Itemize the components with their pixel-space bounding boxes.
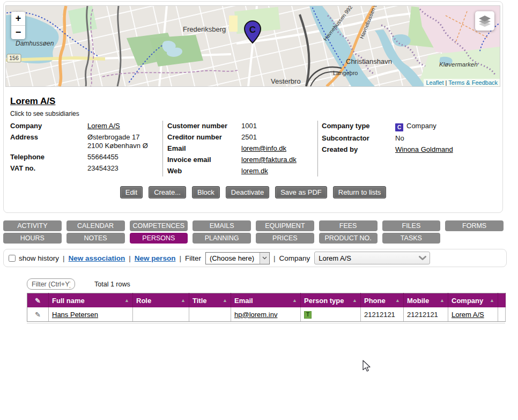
column-header-title[interactable]: Title▲ xyxy=(189,293,231,308)
tab-emails[interactable]: EMAILS xyxy=(193,220,251,231)
tab-equipment[interactable]: EQUIPMENT xyxy=(256,220,314,231)
pencil-icon[interactable]: ✎ xyxy=(35,311,41,319)
persons-toolbar: show history | New association | New per… xyxy=(3,249,507,267)
tab-hours[interactable]: HOURS xyxy=(3,233,62,244)
tab-calendar[interactable]: CALENDAR xyxy=(66,220,125,231)
tab-prices[interactable]: PRICES xyxy=(256,233,314,244)
persons-table-section: Total 1 rows ✎ Full name▲ Role▲ Title▲ E… xyxy=(27,278,506,323)
field-label-address: Address xyxy=(10,133,87,150)
person-name-link[interactable]: Hans Petersen xyxy=(52,311,98,319)
mouse-cursor xyxy=(362,360,372,374)
person-email-link[interactable]: hp@lorem.inv xyxy=(234,311,277,319)
company-type-value: Company xyxy=(406,122,436,130)
telephone-value: 55664455 xyxy=(87,153,119,161)
map-canvas: Damhussøen 156 Frederiksberg Vesterbro L… xyxy=(6,6,500,86)
filter-select[interactable]: (Choose here) xyxy=(205,252,270,264)
cell-person-type: T xyxy=(301,307,361,322)
address-line2: 2100 København Ø xyxy=(87,142,148,150)
tab-product-no[interactable]: PRODUCT NO. xyxy=(319,233,378,244)
column-header-company[interactable]: Company▲ xyxy=(448,293,498,308)
row-edit-cell: ✎ xyxy=(27,307,49,322)
deactivate-button[interactable]: Deactivate xyxy=(226,186,269,198)
persons-table: ✎ Full name▲ Role▲ Title▲ Email▲ Person … xyxy=(27,293,506,322)
leaflet-link[interactable]: Leaflet xyxy=(426,79,443,86)
column-divider xyxy=(317,121,318,176)
company-select-value: Lorem A/S xyxy=(315,254,416,262)
cell-full-name: Hans Petersen xyxy=(49,307,133,322)
cell-company: Lorem A/S xyxy=(448,307,498,322)
terms-feedback-link[interactable]: Terms & Feedback xyxy=(448,79,498,86)
company-detail-panel: Damhussøen 156 Frederiksberg Vesterbro L… xyxy=(3,1,503,213)
block-button[interactable]: Block xyxy=(192,186,220,198)
email-link[interactable]: lorem@info.dk xyxy=(241,144,286,152)
edit-button[interactable]: Edit xyxy=(120,186,143,198)
sort-asc-icon[interactable]: ▲ xyxy=(440,297,445,305)
map[interactable]: Damhussøen 156 Frederiksberg Vesterbro L… xyxy=(5,5,500,87)
cell-phone: 21212121 xyxy=(361,307,404,322)
tab-fees[interactable]: FEES xyxy=(319,220,378,231)
tab-persons[interactable]: PERSONS xyxy=(130,233,188,244)
sort-asc-icon[interactable]: ▲ xyxy=(352,297,357,305)
save-as-pdf-button[interactable]: Save as PDF xyxy=(275,186,327,198)
column-header-email[interactable]: Email▲ xyxy=(231,293,301,308)
created-by-link[interactable]: Winona Goldmand xyxy=(395,145,453,153)
company-subtitle: Click to see subsidiaries xyxy=(10,110,79,117)
filter-select-value: (Choose here) xyxy=(206,253,260,264)
show-history-label: show history xyxy=(19,254,59,262)
field-label-email: Email xyxy=(167,144,241,153)
tab-tasks[interactable]: TASKS xyxy=(382,233,441,244)
scrollbar-spacer-cell[interactable] xyxy=(498,307,506,322)
company-link[interactable]: Lorem A/S xyxy=(87,122,120,130)
sort-asc-icon[interactable]: ▲ xyxy=(395,297,400,305)
tab-activity[interactable]: ACTIVITY xyxy=(3,220,62,231)
company-filter-label: Company xyxy=(279,254,310,262)
table-bottom-divider xyxy=(27,323,505,323)
invoice-email-link[interactable]: lorem@faktura.dk xyxy=(241,156,297,164)
field-label-subcontractor: Subcontractor xyxy=(322,134,395,143)
field-label-customer-number: Customer number xyxy=(167,122,241,130)
return-to-lists-button[interactable]: Return to lists xyxy=(333,186,386,198)
zoom-out-button[interactable]: − xyxy=(11,25,25,39)
column-header-role[interactable]: Role▲ xyxy=(133,293,189,308)
customer-number-value: 1001 xyxy=(241,122,257,130)
module-tabs: ACTIVITY CALENDAR COMPETENCES EMAILS EQU… xyxy=(3,220,504,244)
table-row: ✎ Hans Petersen hp@lorem.inv T 21212121 … xyxy=(27,307,506,322)
tab-planning[interactable]: PLANNING xyxy=(193,233,251,244)
column-header-mobile[interactable]: Mobile▲ xyxy=(404,293,448,308)
map-label-christianshavn: Christianshavn xyxy=(346,57,392,65)
map-zoom-control: + − xyxy=(11,12,25,39)
table-total-rows: Total 1 rows xyxy=(94,281,130,288)
tab-notes[interactable]: NOTES xyxy=(66,233,125,244)
company-select[interactable]: Lorem A/S xyxy=(314,252,430,264)
chevron-down-icon xyxy=(416,256,430,261)
zoom-in-button[interactable]: + xyxy=(11,12,25,25)
row-company-link[interactable]: Lorem A/S xyxy=(452,311,484,319)
new-association-link[interactable]: New association xyxy=(69,254,125,262)
new-person-link[interactable]: New person xyxy=(135,254,176,262)
sort-asc-icon[interactable]: ▲ xyxy=(223,297,227,305)
create-button[interactable]: Create... xyxy=(149,186,186,198)
tab-forms[interactable]: FORMS xyxy=(445,220,504,231)
subcontractor-value: No xyxy=(395,134,404,143)
sort-asc-icon[interactable]: ▲ xyxy=(292,297,297,305)
sort-asc-icon[interactable]: ▲ xyxy=(490,297,494,305)
route-badge-156: 156 xyxy=(7,54,21,62)
column-header-full-name[interactable]: Full name▲ xyxy=(49,293,133,308)
company-title-link[interactable]: Lorem A/S xyxy=(10,96,55,107)
web-link[interactable]: lorem.dk xyxy=(241,167,268,175)
company-fields-left: Company Lorem A/S Address Østerbrogade 1… xyxy=(10,122,160,175)
column-header-person-type[interactable]: Person type▲ xyxy=(301,293,361,308)
sort-asc-icon[interactable]: ▲ xyxy=(124,297,129,305)
pencil-icon: ✎ xyxy=(35,297,41,305)
layers-button[interactable] xyxy=(475,11,494,31)
sort-asc-icon[interactable]: ▲ xyxy=(181,297,186,305)
table-filter-input[interactable] xyxy=(27,278,75,290)
show-history-checkbox[interactable] xyxy=(9,255,16,262)
field-label-company-type: Company type xyxy=(322,122,395,131)
tab-files[interactable]: FILES xyxy=(382,220,441,231)
field-label-creditor-number: Creditor number xyxy=(167,133,241,142)
chevron-down-icon xyxy=(260,253,269,264)
field-label-vat: VAT no. xyxy=(10,164,87,173)
column-header-phone[interactable]: Phone▲ xyxy=(361,293,404,308)
tab-competences[interactable]: COMPETENCES xyxy=(130,220,188,231)
